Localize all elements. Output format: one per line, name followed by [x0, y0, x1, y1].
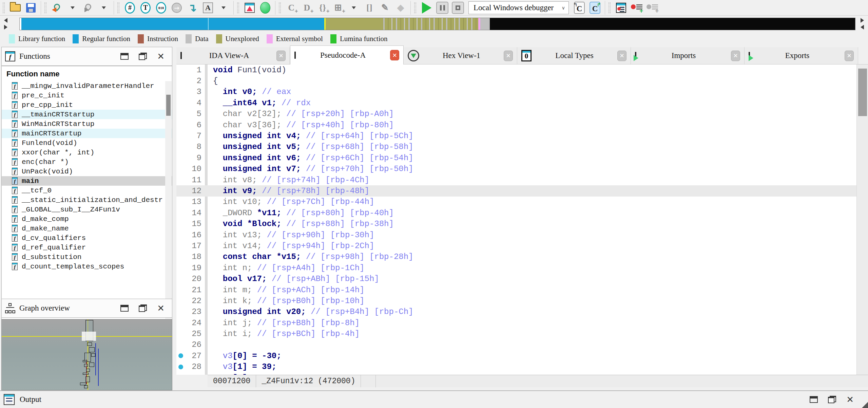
pseudocode-view[interactable]: 1void Fun1(void)2{3 int v0; // eax4 __in…: [176, 64, 856, 375]
function-list-item[interactable]: fmainCRTStartup: [2, 129, 172, 138]
code-line[interactable]: 22 int k; // [rsp+B0h] [rbp-10h]: [176, 295, 856, 306]
toolbar-grip[interactable]: [414, 2, 416, 13]
tab-exports[interactable]: Exports✕: [745, 47, 858, 64]
lumina-icon[interactable]: [257, 1, 273, 15]
functions-column-header[interactable]: Function name: [2, 66, 172, 81]
navband-segment[interactable]: [326, 18, 380, 30]
code-line[interactable]: 12 int v9; // [rsp+78h] [rbp-48h]: [176, 185, 856, 196]
navband-segment[interactable]: [490, 18, 855, 30]
close-icon[interactable]: ✕: [846, 395, 854, 404]
function-list-item[interactable]: f__mingw_invalidParameterHandler: [2, 81, 172, 91]
tab-close-icon[interactable]: ✕: [276, 51, 286, 61]
function-list-item[interactable]: fFunlend(void): [2, 138, 172, 148]
maximize-icon[interactable]: [810, 396, 818, 403]
scrollbar-thumb[interactable]: [166, 95, 171, 116]
add-breakpoint-icon[interactable]: +: [629, 1, 644, 15]
save-file-icon[interactable]: [23, 1, 39, 15]
brackets-icon[interactable]: []: [362, 1, 377, 15]
code-line[interactable]: 28 v3[1] = 39;: [176, 361, 856, 372]
toolbar-grip[interactable]: [3, 2, 5, 13]
window-demangle-icon[interactable]: [242, 1, 257, 15]
open-file-icon[interactable]: [7, 1, 23, 15]
restore-icon[interactable]: [139, 53, 147, 60]
function-list-item[interactable]: fpre_c_init: [2, 91, 172, 100]
navband-segment[interactable]: [209, 18, 324, 30]
code-line[interactable]: 14 _DWORD *v11; // [rsp+80h] [rbp-40h]: [176, 207, 856, 218]
breakpoint-dot-icon[interactable]: [178, 365, 183, 369]
code-line[interactable]: 11 int v8; // [rsp+74h] [rbp-4Ch]: [176, 174, 856, 185]
pause-debugger-icon[interactable]: [435, 1, 450, 15]
create-struct-icon[interactable]: ⊞+: [330, 1, 346, 15]
breakpoint-gutter[interactable]: [176, 365, 185, 369]
function-list-item[interactable]: fenc(char *): [2, 157, 172, 167]
jump-arrow-icon[interactable]: ↴: [185, 1, 200, 15]
code-line[interactable]: 15 void *Block; // [rsp+88h] [rbp-38h]: [176, 218, 856, 229]
tab-close-icon[interactable]: ✕: [845, 51, 854, 61]
navband-scroll-right-icon[interactable]: [861, 18, 864, 23]
resize-grip[interactable]: [862, 402, 868, 408]
function-list-item[interactable]: f__tcf_0: [2, 186, 172, 195]
code-line[interactable]: 17 int v14; // [rsp+94h] [rbp-2Ch]: [176, 240, 856, 251]
undo-jump-icon[interactable]: →: [169, 1, 185, 15]
output-window-titlebar[interactable]: Output ✕: [0, 390, 868, 408]
debugger-select[interactable]: Local Windows debugger∨: [466, 1, 572, 14]
functions-vertical-scrollbar[interactable]: [165, 81, 172, 319]
create-c-icon[interactable]: C+: [284, 1, 299, 15]
function-list-item[interactable]: f__static_initialization_and_destr: [2, 195, 172, 205]
navband-left-arrows[interactable]: [2, 18, 9, 30]
run-to-cursor-icon[interactable]: ↰C: [572, 1, 587, 15]
code-line[interactable]: 26: [176, 339, 856, 350]
rename-icon[interactable]: A: [200, 1, 216, 15]
make-binary-icon[interactable]: 010: [153, 1, 169, 15]
pseudocode-vertical-scrollbar[interactable]: [856, 64, 868, 375]
function-list-item[interactable]: fd_substitution: [2, 252, 172, 262]
close-icon[interactable]: ✕: [157, 52, 165, 61]
graph-viewport-rect[interactable]: [82, 332, 96, 341]
rename-caret[interactable]: [216, 1, 231, 15]
navband-segment[interactable]: [21, 18, 208, 30]
function-list-item[interactable]: f_GLOBAL__sub_I__Z4Fun1v: [2, 205, 172, 214]
navband-scroll-left-icon[interactable]: [861, 25, 864, 30]
code-line[interactable]: 5 char v2[32]; // [rsp+20h] [rbp-A0h]: [176, 109, 856, 119]
restore-icon[interactable]: [828, 396, 836, 403]
code-line[interactable]: 3 int v0; // eax: [176, 87, 856, 97]
function-list-item[interactable]: fpre_cpp_init: [2, 100, 172, 110]
maximize-icon[interactable]: [120, 305, 129, 312]
code-line[interactable]: 18 const char *v15; // [rsp+98h] [rbp-28…: [176, 252, 856, 262]
code-line[interactable]: 24 int j; // [rsp+B8h] [rbp-8h]: [176, 317, 856, 328]
stop-debugger-icon[interactable]: [450, 1, 466, 15]
code-line[interactable]: 13 int v10; // [rsp+7Ch] [rbp-44h]: [176, 197, 856, 207]
navigation-band[interactable]: [19, 18, 855, 30]
tab-close-icon[interactable]: ✕: [731, 51, 740, 61]
breakpoint-gutter[interactable]: [176, 353, 185, 358]
tab-imports[interactable]: Imports✕: [631, 47, 745, 64]
code-line[interactable]: 1void Fun1(void): [176, 64, 856, 75]
function-list-item[interactable]: fxxor(char *, int): [2, 148, 172, 157]
code-line[interactable]: 29 v3[2] = -29;: [176, 372, 856, 375]
function-list-item[interactable]: fd_count_templates_scopes: [2, 262, 172, 271]
make-number-icon[interactable]: #: [122, 1, 138, 15]
toolbar-grip[interactable]: [609, 2, 611, 13]
breakpoint-dot-icon[interactable]: [178, 353, 183, 358]
function-list-item[interactable]: fd_make_name: [2, 224, 172, 233]
tab-ida-view-a[interactable]: IDA View-A✕: [176, 47, 290, 64]
code-line[interactable]: 8 unsigned int v5; // [rsp+68h] [rbp-58h…: [176, 142, 856, 152]
disabled-breakpoint-icon[interactable]: +: [644, 1, 660, 15]
code-line[interactable]: 2{: [176, 75, 856, 86]
function-list-item[interactable]: fd_cv_qualifiers: [2, 233, 172, 243]
jump-back-icon[interactable]: [49, 1, 65, 15]
patch-diamond-icon[interactable]: ◆: [393, 1, 408, 15]
tab-close-icon[interactable]: ✕: [390, 50, 399, 60]
debugger-selector[interactable]: Local Windows debugger∨: [468, 1, 569, 14]
functions-window-titlebar[interactable]: f Functions ✕: [1, 47, 172, 66]
tab-hex-view-1[interactable]: Hex View-1✕: [404, 47, 517, 64]
make-text-icon[interactable]: T: [138, 1, 153, 15]
navband-segment[interactable]: [480, 18, 490, 30]
jump-forward-caret[interactable]: [96, 1, 112, 15]
toolbar-grip[interactable]: [117, 2, 119, 13]
create-d-icon[interactable]: D+: [299, 1, 315, 15]
function-list-item[interactable]: fWinMainCRTStartup: [2, 119, 172, 129]
navband-scroll-left-icon[interactable]: [4, 18, 7, 23]
code-line[interactable]: 23 unsigned int v20; // [rsp+B4h] [rbp-C…: [176, 307, 856, 317]
breakpoint-list-icon[interactable]: [613, 1, 629, 15]
